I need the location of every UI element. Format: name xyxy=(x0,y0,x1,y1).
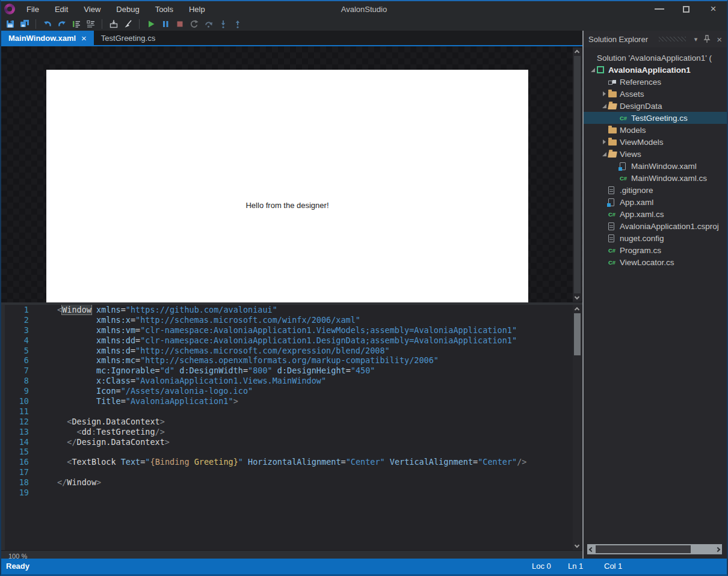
xaml-icon xyxy=(608,198,620,206)
scroll-down-icon[interactable] xyxy=(575,295,579,299)
undo-button[interactable] xyxy=(41,18,54,30)
save-button[interactable] xyxy=(4,18,16,30)
restart-button[interactable] xyxy=(188,18,200,30)
line-number: 10 xyxy=(5,396,29,406)
close-button[interactable]: × xyxy=(700,2,727,16)
code-line[interactable]: 19 xyxy=(5,488,582,498)
solution-explorer-header[interactable]: Solution Explorer ▾ × xyxy=(584,31,727,47)
code-text: Title="AvaloniaApplication1"> xyxy=(57,396,238,406)
clean-button[interactable] xyxy=(122,18,134,30)
menu-file[interactable]: File xyxy=(20,3,46,16)
tab-mainwindow.xaml[interactable]: MainWindow.xaml× xyxy=(1,31,94,45)
step-out-button[interactable] xyxy=(231,18,244,30)
pause-button[interactable] xyxy=(159,18,171,30)
code-line[interactable]: 4 xmlns:dd="clr-namespace:AvaloniaApplic… xyxy=(5,335,582,346)
code-line[interactable]: 8 x:Class="AvaloniaApplication1.Views.Ma… xyxy=(5,376,582,386)
tree-item-.gitignore[interactable]: .gitignore xyxy=(584,184,727,196)
panel-close-icon[interactable]: × xyxy=(717,34,722,44)
tab-testgreeting.cs[interactable]: TestGreeting.cs xyxy=(94,31,162,45)
code-line[interactable]: 17 xyxy=(5,467,582,477)
expander-closed-icon[interactable] xyxy=(600,139,608,144)
code-line[interactable]: 3 xmlns:vm="clr-namespace:AvaloniaApplic… xyxy=(5,325,582,335)
expander-open-icon[interactable] xyxy=(600,152,608,156)
menu-edit[interactable]: Edit xyxy=(48,3,75,16)
minimize-button[interactable] xyxy=(646,2,673,16)
scroll-right-icon[interactable] xyxy=(714,548,722,551)
code-line[interactable]: 16 <TextBlock Text="{Binding Greeting}" … xyxy=(5,457,582,467)
menu-view[interactable]: View xyxy=(77,3,107,16)
build-icon xyxy=(109,19,119,29)
restart-icon xyxy=(190,19,199,29)
code-line[interactable]: 11 xyxy=(5,406,582,417)
references-icon xyxy=(608,78,620,85)
maximize-button[interactable] xyxy=(673,2,700,16)
scroll-left-icon[interactable] xyxy=(587,548,596,551)
expander-closed-icon[interactable] xyxy=(600,91,608,96)
tree-item-assets[interactable]: Assets xyxy=(584,88,727,100)
tree-item-app.xaml.cs[interactable]: C#App.xaml.cs xyxy=(584,208,727,220)
menu-debug[interactable]: Debug xyxy=(110,3,146,16)
folder-icon xyxy=(608,90,620,97)
save-all-button[interactable] xyxy=(18,18,31,30)
folder-icon xyxy=(608,126,620,133)
scroll-up-icon[interactable] xyxy=(575,307,579,312)
code-line[interactable]: 5 xmlns:d="http://schemas.microsoft.com/… xyxy=(5,346,582,356)
step-over-button[interactable] xyxy=(202,18,215,30)
tree-item-label: TestGreeting.cs xyxy=(631,114,688,123)
code-line[interactable]: 7 mc:Ignorable="d" d:DesignWidth="800" d… xyxy=(5,366,582,376)
build-button[interactable] xyxy=(107,18,120,30)
expander-open-icon[interactable] xyxy=(588,68,597,72)
tree-item-designdata[interactable]: DesignData xyxy=(584,100,727,112)
panel-menu-chevron-icon[interactable]: ▾ xyxy=(694,35,698,43)
tree-item-viewmodels[interactable]: ViewModels xyxy=(584,136,727,148)
scroll-up-icon[interactable] xyxy=(575,50,579,55)
tree-item-views[interactable]: Views xyxy=(584,148,727,160)
code-line[interactable]: 15 xyxy=(5,447,582,457)
line-number: 11 xyxy=(5,406,29,417)
tree-item-avaloniaapplication1[interactable]: AvaloniaApplication1 xyxy=(584,64,727,76)
step-into-button[interactable] xyxy=(217,18,229,30)
code-line[interactable]: 14 </Design.DataContext> xyxy=(5,437,582,447)
tree-item-mainwindow.xaml.cs[interactable]: C#MainWindow.xaml.cs xyxy=(584,172,727,184)
stop-button[interactable] xyxy=(173,18,186,30)
pin-icon[interactable] xyxy=(703,35,711,43)
tree-item-program.cs[interactable]: C#Program.cs xyxy=(584,244,727,256)
code-line[interactable]: 13 <dd:TestGreeting/> xyxy=(5,427,582,437)
run-button[interactable] xyxy=(144,18,157,30)
code-line[interactable]: 12 <Design.DataContext> xyxy=(5,417,582,427)
scrollbar-thumb[interactable] xyxy=(574,56,581,293)
code-line[interactable]: 1<Window xmlns="https://github.com/avalo… xyxy=(5,305,582,315)
tree-item-mainwindow.xaml[interactable]: MainWindow.xaml xyxy=(584,160,727,172)
code-line[interactable]: 9 Icon="/Assets/avalonia-logo.ico" xyxy=(5,386,582,396)
tree-item-avaloniaapplication1.csproj[interactable]: AvaloniaApplication1.csproj xyxy=(584,220,727,232)
menu-tools[interactable]: Tools xyxy=(149,3,180,16)
code-line[interactable]: 2 xmlns:x="http://schemas.microsoft.com/… xyxy=(5,315,582,325)
panel-drag-grip[interactable] xyxy=(659,37,686,41)
code-editor[interactable]: 1<Window xmlns="https://github.com/avalo… xyxy=(1,305,582,550)
tree-item-solution-avaloniaapplication1-[interactable]: Solution 'AvaloniaApplication1' ( xyxy=(584,52,727,64)
code-line[interactable]: 18</Window> xyxy=(5,477,582,488)
status-col: Col 1 xyxy=(604,562,622,571)
tab-close-icon[interactable]: × xyxy=(81,33,87,43)
code-line[interactable]: 10 Title="AvaloniaApplication1"> xyxy=(5,396,582,406)
scrollbar-thumb[interactable] xyxy=(596,545,691,553)
explorer-horizontal-scrollbar[interactable] xyxy=(587,544,722,554)
format-selection-icon xyxy=(86,19,96,29)
tree-item-viewlocator.cs[interactable]: C#ViewLocator.cs xyxy=(584,256,727,268)
scrollbar-thumb[interactable] xyxy=(574,313,581,355)
maximize-icon xyxy=(683,6,689,13)
tree-item-testgreeting.cs[interactable]: C#TestGreeting.cs xyxy=(584,112,727,124)
tree-item-app.xaml[interactable]: App.xaml xyxy=(584,196,727,208)
scroll-down-icon[interactable] xyxy=(575,543,579,548)
tree-item-references[interactable]: References xyxy=(584,76,727,88)
code-line[interactable]: 6 xmlns:mc="http://schemas.openxmlformat… xyxy=(5,355,582,366)
expander-open-icon[interactable] xyxy=(600,104,608,108)
redo-button[interactable] xyxy=(55,18,68,30)
format-selection-button[interactable] xyxy=(84,18,97,30)
menu-help[interactable]: Help xyxy=(182,3,212,16)
editor-vertical-scrollbar[interactable] xyxy=(573,305,582,550)
format-document-button[interactable] xyxy=(70,18,82,30)
tree-item-models[interactable]: Models xyxy=(584,124,727,136)
designer-vertical-scrollbar[interactable] xyxy=(573,47,582,302)
tree-item-nuget.config[interactable]: nuget.config xyxy=(584,232,727,244)
